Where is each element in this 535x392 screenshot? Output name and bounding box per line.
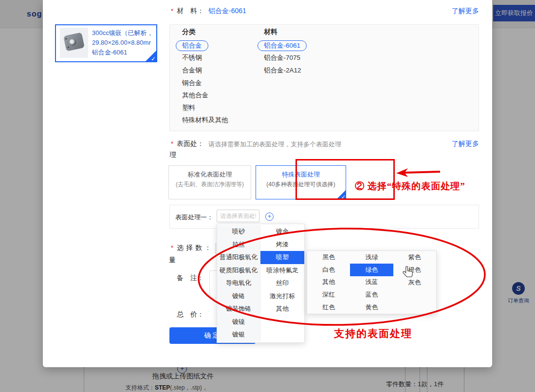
part-3d-preview (63, 32, 85, 51)
color-option[interactable]: 浅绿 (350, 251, 393, 264)
category-item[interactable]: 特殊材料及其他 (182, 114, 228, 127)
remark-label: 备 注： (177, 274, 204, 283)
material-item[interactable]: 铝合金-7075 (264, 52, 307, 65)
surface-dropdown: 喷砂拉丝普通阳极氧化硬质阳极氧化导电氧化镀铬镀装饰铬镀镍镀银 镀金烤漆喷塑喷涂特… (217, 224, 305, 343)
surface-option[interactable]: 镀铬 (217, 290, 260, 303)
check-icon: ✓ (151, 56, 156, 62)
part-info-line: 29.80×26.00×8.80mr (92, 38, 153, 48)
surface-option[interactable]: 拉丝 (217, 238, 260, 251)
material-panel: 分类 铝合金不锈钢合金钢铜合金其他合金塑料特殊材料及其他 材料 铝合金-6061… (169, 24, 479, 131)
surface-option[interactable]: 硬质阳极氧化 (217, 264, 260, 277)
category-header: 分类 (182, 28, 228, 37)
part-dot (68, 46, 70, 48)
material-list: 铝合金-6061铝合金-7075铝合金-2A12 (264, 39, 307, 77)
surface-option[interactable]: 导电氧化 (217, 277, 260, 290)
color-col2: 浅绿绿色浅蓝蓝色黄色 (350, 251, 393, 314)
material-column: 材料 铝合金-6061铝合金-7075铝合金-2A12 (264, 28, 307, 77)
hand-cursor-icon (402, 266, 415, 279)
category-item-label: 特殊材料及其他 (182, 116, 228, 125)
category-item-label: 塑料 (182, 104, 195, 112)
color-col3: 紫色橙色灰色 (393, 251, 436, 314)
surface-learn-more-link[interactable]: 了解更多 (452, 140, 479, 148)
color-option[interactable]: 蓝色 (350, 288, 393, 301)
standard-surface-card[interactable]: 标准化表面处理 (去毛刺、表面洁净清理等) (168, 165, 251, 199)
material-item-label: 铝合金-6061 (258, 40, 307, 51)
surface-option[interactable]: 镀银 (217, 328, 260, 341)
quantity-label-wrap: 量 (169, 256, 176, 265)
category-item-label: 其他合金 (182, 91, 208, 100)
category-item-label: 铝合金 (176, 40, 208, 51)
material-label: 材 料： (177, 7, 204, 16)
category-item[interactable]: 铝合金 (182, 39, 228, 52)
category-item-label: 不锈钢 (182, 53, 202, 62)
color-option[interactable]: 紫色 (393, 251, 436, 264)
category-item[interactable]: 不锈钢 (182, 52, 228, 65)
annotation-supported-text: 支持的表面处理 (334, 327, 412, 340)
material-learn-more-link[interactable]: 了解更多 (452, 7, 479, 16)
surface-label-wrap: 理 (169, 151, 176, 160)
material-header: 材料 (264, 28, 307, 37)
surface-dropdown-col2: 镀金烤漆喷塑喷涂特氟龙丝印激光打标其他 (260, 225, 304, 341)
annotation-red-box (295, 159, 395, 200)
surface-option[interactable]: 烤漆 (260, 238, 304, 251)
color-option[interactable]: 深红 (307, 288, 350, 301)
surface-option[interactable]: 喷涂特氟龙 (260, 264, 304, 277)
required-asterisk: * (171, 244, 173, 251)
part-dot (65, 38, 67, 40)
surface-option[interactable]: 普通阳极氧化 (217, 251, 260, 264)
quote-config-modal: 300cc镶嵌（已解析，29.80×26.00×8.80mr铝合金-6061 ✓… (43, 0, 492, 367)
part-card[interactable]: 300cc镶嵌（已解析，29.80×26.00×8.80mr铝合金-6061 ✓ (55, 24, 157, 62)
part-thumbnail (60, 28, 88, 58)
standard-surface-subtitle: (去毛刺、表面洁净清理等) (169, 179, 251, 190)
part-info: 300cc镶嵌（已解析，29.80×26.00×8.80mr铝合金-6061 (92, 25, 153, 61)
surface-option[interactable]: 其他 (260, 303, 304, 316)
material-value: 铝合金-6061 (208, 7, 246, 16)
standard-surface-title: 标准化表面处理 (169, 169, 251, 179)
annotation-step2-text: ② 选择“特殊的表面处理” (355, 180, 465, 193)
part-info-line: 300cc镶嵌（已解析， (92, 28, 153, 38)
category-item[interactable]: 塑料 (182, 102, 228, 114)
surface-one-label: 表面处理一： (175, 213, 213, 222)
quantity-label: 选择数： (177, 244, 214, 252)
material-item-label: 铝合金-7075 (264, 53, 300, 62)
part-info-line: 铝合金-6061 (92, 48, 153, 57)
color-option[interactable]: 黑色 (307, 251, 350, 264)
category-column: 分类 铝合金不锈钢合金钢铜合金其他合金塑料特殊材料及其他 (182, 28, 228, 126)
surface-select-input[interactable] (217, 210, 259, 222)
color-option[interactable]: 浅蓝 (350, 276, 393, 289)
surface-option[interactable]: 喷砂 (217, 225, 260, 238)
material-item[interactable]: 铝合金-6061 (264, 39, 307, 52)
screen: sog 立即获取报价 + 拖拽或上传图纸文件 支持格式：STEP(.step，.… (0, 0, 535, 392)
annotation-arrow (396, 167, 441, 178)
color-option[interactable]: 白色 (307, 264, 350, 276)
part-hole (69, 38, 77, 46)
color-col1: 黑色白色其他深红红色 (307, 251, 350, 314)
surface-option[interactable]: 喷塑 (260, 251, 304, 264)
material-item-label: 铝合金-2A12 (264, 66, 301, 75)
category-item[interactable]: 合金钢 (182, 64, 228, 77)
surface-option[interactable]: 镀装饰铬 (217, 303, 260, 316)
required-asterisk: * (171, 140, 173, 147)
category-item-label: 合金钢 (182, 66, 202, 75)
material-item[interactable]: 铝合金-2A12 (264, 64, 307, 77)
surface-option[interactable]: 镀镍 (217, 316, 260, 329)
category-item[interactable]: 铜合金 (182, 77, 228, 89)
surface-dropdown-col1: 喷砂拉丝普通阳极氧化硬质阳极氧化导电氧化镀铬镀装饰铬镀镍镀银 (217, 225, 260, 341)
color-submenu: 黑色白色其他深红红色 浅绿绿色浅蓝蓝色黄色 紫色橙色灰色 (307, 250, 437, 314)
surface-label: 表面处： (177, 140, 204, 148)
color-option[interactable]: 绿色 (350, 264, 393, 276)
surface-option[interactable]: 激光打标 (260, 290, 304, 303)
color-option[interactable]: 红色 (307, 301, 350, 314)
color-option[interactable]: 其他 (307, 276, 350, 289)
add-surface-icon[interactable]: + (265, 213, 274, 221)
surface-hint: 请选择需要加工的表面处理，支持多个表面处理 (208, 140, 341, 149)
category-list: 铝合金不锈钢合金钢铜合金其他合金塑料特殊材料及其他 (182, 39, 228, 126)
category-item[interactable]: 其他合金 (182, 89, 228, 102)
surface-option[interactable]: 镀金 (260, 225, 304, 238)
surface-one-box (169, 205, 479, 229)
surface-option[interactable]: 丝印 (260, 277, 304, 290)
total-price-label: 总 价： (177, 310, 204, 319)
required-asterisk: * (171, 7, 173, 15)
category-item-label: 铜合金 (182, 79, 202, 88)
color-option[interactable]: 黄色 (350, 301, 393, 314)
